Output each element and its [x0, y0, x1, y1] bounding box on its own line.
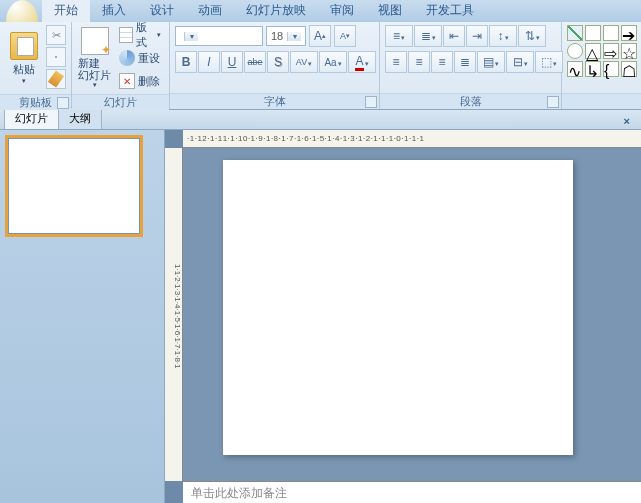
group-slides: 新建 幻灯片 ▾ 版式▾ 重设 删除 幻灯片 — [72, 22, 170, 109]
numbering-icon: ≣ — [421, 29, 431, 43]
tab-view[interactable]: 视图 — [366, 0, 414, 22]
text-direction-icon: ⇅ — [525, 29, 535, 43]
slide-canvas-area[interactable] — [183, 148, 641, 481]
indent-icon: ⇥ — [472, 29, 482, 43]
tab-design[interactable]: 设计 — [138, 0, 186, 22]
slide-canvas[interactable] — [223, 160, 573, 455]
group-drawing: ➔ △ ⇨ ☆ ∿ ↳ { ☖ — [562, 22, 641, 109]
justify-icon: ≣ — [460, 55, 470, 69]
shadow-button[interactable]: S — [267, 51, 289, 73]
font-label: 字体 — [264, 94, 286, 109]
shape-brace-icon[interactable]: { — [603, 61, 619, 77]
slide-thumbnail[interactable]: 1 — [8, 138, 140, 234]
line-spacing-button[interactable]: ↕ — [489, 25, 517, 47]
shape-rect2-icon[interactable] — [603, 25, 619, 41]
delete-icon — [119, 73, 135, 89]
tab-animation[interactable]: 动画 — [186, 0, 234, 22]
layout-button[interactable]: 版式▾ — [116, 25, 164, 45]
italic-button[interactable]: I — [198, 51, 220, 73]
edit-area: ·1·12·1·11·1·10·1·9·1·8·1·7·1·6·1·5·1·4·… — [165, 130, 641, 503]
cut-button[interactable]: ✂ — [46, 25, 66, 45]
align-text-icon: ⊟ — [513, 55, 523, 69]
bullets-button[interactable]: ≡ — [385, 25, 413, 47]
grow-font-button[interactable]: A▴ — [309, 25, 331, 47]
decrease-indent-button[interactable]: ⇤ — [443, 25, 465, 47]
shape-arrow2-icon[interactable]: ⇨ — [603, 43, 619, 59]
align-text-button[interactable]: ⊟ — [506, 51, 534, 73]
paragraph-label: 段落 — [460, 94, 482, 109]
columns-button[interactable]: ▤ — [477, 51, 505, 73]
strike-button[interactable]: abe — [244, 51, 266, 73]
tab-slideshow[interactable]: 幻灯片放映 — [234, 0, 318, 22]
underline-button[interactable]: U — [221, 51, 243, 73]
copy-button[interactable] — [46, 47, 66, 67]
layout-icon — [119, 27, 132, 43]
shape-star-icon[interactable]: ☆ — [621, 43, 637, 59]
font-name-combo[interactable] — [175, 26, 263, 46]
bullets-icon: ≡ — [393, 29, 400, 43]
horizontal-ruler[interactable]: ·1·12·1·11·1·10·1·9·1·8·1·7·1·6·1·5·1·4·… — [183, 130, 641, 148]
group-font: 18 A▴ A▾ B I U abe S AV Aa A 字体 — [170, 22, 380, 109]
clipboard-launcher[interactable] — [57, 97, 69, 109]
vertical-ruler[interactable]: 1·1·2·1·3·1·4·1·5·1·6·1·7·1·8·1 — [165, 148, 183, 481]
bold-button[interactable]: B — [175, 51, 197, 73]
new-slide-label: 新建 幻灯片 — [78, 57, 111, 81]
paste-icon — [10, 32, 38, 60]
font-color-button[interactable]: A — [348, 51, 376, 73]
copy-icon — [55, 56, 57, 58]
thumbnail-pane-tabs: 幻灯片 大纲 × — [0, 110, 641, 130]
reset-icon — [119, 50, 135, 66]
shape-callout-icon[interactable]: ☖ — [621, 61, 637, 77]
font-size-combo[interactable]: 18 — [266, 26, 306, 46]
tab-developer[interactable]: 开发工具 — [414, 0, 486, 22]
align-center-button[interactable]: ≡ — [408, 51, 430, 73]
shape-arrow-icon[interactable]: ➔ — [621, 25, 637, 41]
notes-pane[interactable]: 单击此处添加备注 — [183, 481, 641, 503]
thumbnail-pane[interactable]: 1 — [0, 130, 165, 503]
format-painter-button[interactable] — [46, 69, 66, 89]
shape-oval-icon[interactable] — [567, 43, 583, 59]
paste-label: 粘贴 — [13, 62, 35, 77]
office-button[interactable] — [6, 0, 38, 22]
char-spacing-button[interactable]: AV — [290, 51, 318, 73]
numbering-button[interactable]: ≣ — [414, 25, 442, 47]
increase-indent-button[interactable]: ⇥ — [466, 25, 488, 47]
slide-number: 1 — [0, 139, 1, 150]
group-clipboard: 粘贴 ▾ ✂ 剪贴板 — [0, 22, 72, 109]
align-right-icon: ≡ — [438, 55, 445, 69]
pane-close-button[interactable]: × — [619, 113, 635, 129]
smartart-icon: ⬚ — [541, 55, 552, 69]
shrink-font-button[interactable]: A▾ — [334, 25, 356, 47]
paste-button[interactable]: 粘贴 ▾ — [5, 25, 42, 91]
shape-curve-icon[interactable]: ∿ — [567, 61, 583, 77]
tab-home[interactable]: 开始 — [42, 0, 90, 22]
shape-connector-icon[interactable]: ↳ — [585, 61, 601, 77]
change-case-button[interactable]: Aa — [319, 51, 347, 73]
group-paragraph: ≡ ≣ ⇤ ⇥ ↕ ⇅ ≡ ≡ ≡ ≣ ▤ ⊟ ⬚ 段落 — [380, 22, 562, 109]
delete-button[interactable]: 删除 — [116, 71, 164, 91]
align-center-icon: ≡ — [415, 55, 422, 69]
outdent-icon: ⇤ — [449, 29, 459, 43]
pane-tab-slides[interactable]: 幻灯片 — [4, 107, 59, 129]
justify-button[interactable]: ≣ — [454, 51, 476, 73]
cut-icon: ✂ — [52, 29, 61, 42]
ribbon: 粘贴 ▾ ✂ 剪贴板 新建 幻灯片 ▾ 版式▾ 重设 删除 幻灯片 — [0, 22, 641, 110]
shape-triangle-icon[interactable]: △ — [585, 43, 601, 59]
workspace: 1 ·1·12·1·11·1·10·1·9·1·8·1·7·1·6·1·5·1·… — [0, 130, 641, 503]
align-left-button[interactable]: ≡ — [385, 51, 407, 73]
slides-label: 幻灯片 — [104, 95, 137, 110]
new-slide-button[interactable]: 新建 幻灯片 ▾ — [77, 25, 112, 91]
font-launcher[interactable] — [365, 96, 377, 108]
paragraph-launcher[interactable] — [547, 96, 559, 108]
tab-review[interactable]: 审阅 — [318, 0, 366, 22]
align-right-button[interactable]: ≡ — [431, 51, 453, 73]
pane-tab-outline[interactable]: 大纲 — [58, 107, 102, 129]
shapes-gallery[interactable]: ➔ △ ⇨ ☆ ∿ ↳ { ☖ — [567, 25, 637, 77]
columns-icon: ▤ — [483, 55, 494, 69]
shape-line-icon[interactable] — [567, 25, 583, 41]
reset-button[interactable]: 重设 — [116, 48, 164, 68]
tab-insert[interactable]: 插入 — [90, 0, 138, 22]
smartart-button[interactable]: ⬚ — [535, 51, 563, 73]
text-direction-button[interactable]: ⇅ — [518, 25, 546, 47]
shape-rect-icon[interactable] — [585, 25, 601, 41]
